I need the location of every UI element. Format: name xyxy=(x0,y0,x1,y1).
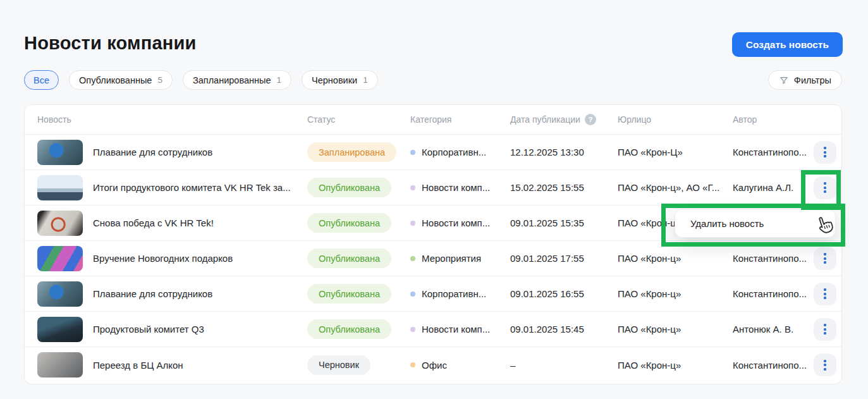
column-header-entity: Юрлицо xyxy=(618,114,733,125)
column-header-news: Новость xyxy=(37,114,307,125)
news-thumbnail xyxy=(37,246,83,271)
row-actions-button[interactable] xyxy=(814,247,836,270)
author: Константинопо... xyxy=(733,360,814,371)
create-news-button[interactable]: Создать новость xyxy=(732,32,843,57)
author: Константинопо... xyxy=(733,147,814,157)
context-menu: Удалить новость xyxy=(675,209,836,238)
tab-all[interactable]: Все xyxy=(24,70,59,90)
publish-date: 15.02.2025 15:55 xyxy=(510,182,618,193)
table-row[interactable]: Итоги продуктового комитета VK HR Tek за… xyxy=(25,170,841,206)
news-thumbnail xyxy=(37,140,83,165)
tab-drafts-label: Черновики xyxy=(312,75,357,85)
filters-button[interactable]: Фильтры xyxy=(768,70,842,90)
category-dot xyxy=(410,327,415,332)
status-badge: Опубликована xyxy=(307,249,391,268)
row-actions-button[interactable] xyxy=(814,318,836,341)
tab-drafts-count: 1 xyxy=(363,75,368,85)
tab-published-count: 5 xyxy=(157,75,162,85)
publish-date: 12.12.2025 13:30 xyxy=(510,147,618,157)
status-badge: Опубликована xyxy=(307,213,391,233)
author: Константинопо... xyxy=(733,253,814,264)
author: Антонюк А. В. xyxy=(733,324,814,335)
column-header-status: Статус xyxy=(307,114,410,125)
news-title: Продуктовый комитет Q3 xyxy=(93,324,204,335)
category-dot xyxy=(410,362,415,367)
menu-item-delete-news[interactable]: Удалить новость xyxy=(690,218,764,229)
status-badge: Опубликована xyxy=(307,284,391,304)
category-label: Новости комп... xyxy=(422,182,490,193)
publish-date: 09.01.2025 15:45 xyxy=(510,324,618,335)
news-thumbnail xyxy=(37,352,83,378)
status-badge: Запланирована xyxy=(307,142,396,162)
table-row[interactable]: Плавание для сотрудников Запланирована К… xyxy=(25,135,841,170)
tab-scheduled-count: 1 xyxy=(277,75,282,85)
hand-cursor-icon xyxy=(816,215,834,239)
category-dot xyxy=(410,256,415,261)
news-table: Новость Статус Категория Дата публикации… xyxy=(24,104,842,384)
author: Константинопо... xyxy=(733,288,814,299)
news-page: Новости компании Создать новость Все Опу… xyxy=(0,0,868,399)
category-label: Новости комп... xyxy=(422,324,490,335)
row-actions-button[interactable] xyxy=(814,141,836,164)
page-title: Новости компании xyxy=(24,33,197,54)
publish-date: 09.01.2025 17:55 xyxy=(510,253,618,264)
tab-drafts[interactable]: Черновики 1 xyxy=(302,70,378,90)
news-title: Плавание для сотрудников xyxy=(93,147,212,157)
news-thumbnail xyxy=(37,281,83,307)
news-thumbnail xyxy=(37,317,83,342)
category-dot xyxy=(410,185,415,190)
tab-published[interactable]: Опубликованные 5 xyxy=(69,70,173,90)
news-title: Снова победа с VK HR Tek! xyxy=(93,218,214,228)
tab-published-label: Опубликованные xyxy=(79,75,152,85)
tab-scheduled-label: Запланированные xyxy=(193,75,271,85)
news-title: Вручение Новогодних подарков xyxy=(93,253,233,264)
news-title: Переезд в БЦ Алкон xyxy=(93,360,183,371)
tab-scheduled[interactable]: Запланированные 1 xyxy=(183,70,291,90)
column-header-category: Категория xyxy=(410,114,510,125)
table-header-row: Новость Статус Категория Дата публикации… xyxy=(25,105,841,135)
news-thumbnail xyxy=(37,211,83,236)
row-actions-button[interactable] xyxy=(814,176,836,199)
table-row[interactable]: Переезд в БЦ Алкон Черновик Офис – ПАО «… xyxy=(25,347,841,383)
publish-date: – xyxy=(510,360,618,371)
category-dot xyxy=(410,292,415,297)
status-badge: Опубликована xyxy=(307,178,391,197)
funnel-icon xyxy=(779,75,789,85)
category-label: Мероприятия xyxy=(422,253,481,264)
category-label: Офис xyxy=(422,360,447,371)
news-title: Плавание для сотрудников xyxy=(93,288,212,299)
category-label: Корпоративн... xyxy=(422,288,486,299)
legal-entity: ПАО «Крон-Ц» xyxy=(618,147,733,157)
legal-entity: ПАО «Крон-ц» xyxy=(618,288,733,299)
row-actions-button[interactable] xyxy=(814,283,836,305)
publish-date: 09.01.2025 15:35 xyxy=(510,218,618,228)
legal-entity: ПАО «Крон-ц», АО «Г... xyxy=(618,182,733,193)
status-filter-tabs: Все Опубликованные 5 Запланированные 1 Ч… xyxy=(24,70,378,90)
table-row[interactable]: Продуктовый комитет Q3 Опубликована Ново… xyxy=(25,312,841,347)
legal-entity: ПАО «Крон-ц» xyxy=(618,253,733,264)
news-title: Итоги продуктового комитета VK HR Tek за… xyxy=(93,182,291,193)
row-actions-button[interactable] xyxy=(814,353,836,376)
legal-entity: ПАО «Крон-ц» xyxy=(618,324,733,335)
column-header-author: Автор xyxy=(733,114,814,125)
tab-all-label: Все xyxy=(34,75,49,85)
legal-entity: ПАО «Крон-ц» xyxy=(618,360,733,371)
status-badge: Опубликована xyxy=(307,319,391,339)
news-thumbnail xyxy=(37,175,83,200)
category-label: Новости комп... xyxy=(422,218,490,228)
author: Калугина А.Л. xyxy=(733,182,814,193)
column-header-date-label: Дата публикации xyxy=(510,114,580,125)
table-row[interactable]: Плавание для сотрудников Опубликована Ко… xyxy=(25,276,841,312)
category-label: Корпоративн... xyxy=(422,147,486,157)
column-header-date: Дата публикации ? xyxy=(510,114,618,125)
status-badge: Черновик xyxy=(307,355,370,375)
publish-date: 09.01.2025 16:55 xyxy=(510,288,618,299)
question-icon[interactable]: ? xyxy=(585,114,596,125)
table-row[interactable]: Вручение Новогодних подарков Опубликован… xyxy=(25,241,841,276)
category-dot xyxy=(410,150,415,155)
filters-button-label: Фильтры xyxy=(794,75,831,85)
category-dot xyxy=(410,221,415,226)
